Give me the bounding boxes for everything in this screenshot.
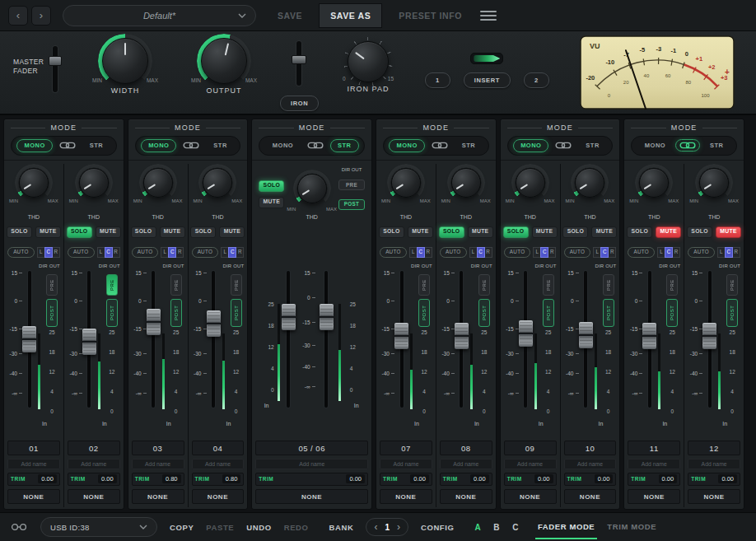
route-select[interactable]: NONE: [380, 489, 432, 504]
paste-button[interactable]: PASTE: [206, 523, 234, 532]
fader-handle[interactable]: [455, 323, 469, 349]
channel-name-field[interactable]: Add name: [192, 459, 245, 469]
solo-button[interactable]: SOLO: [379, 226, 404, 238]
pan-right-button[interactable]: R: [608, 247, 616, 258]
post-button[interactable]: POST: [106, 299, 118, 327]
thd-knob[interactable]: [201, 166, 234, 199]
auto-button[interactable]: AUTO: [504, 247, 531, 258]
pre-button[interactable]: PRE: [170, 274, 182, 296]
mode-link-button[interactable]: [427, 139, 452, 152]
pan-right-button[interactable]: R: [732, 247, 740, 258]
channel-name-field[interactable]: Add name: [504, 459, 557, 469]
mode-str-button[interactable]: STR: [455, 139, 483, 152]
solo-button[interactable]: SOLO: [131, 226, 156, 238]
auto-button[interactable]: AUTO: [380, 247, 407, 258]
mode-str-button[interactable]: STR: [206, 139, 235, 152]
post-button[interactable]: POST: [603, 299, 614, 327]
layer-c-button[interactable]: C: [512, 523, 519, 532]
fader-track[interactable]: [580, 271, 592, 408]
post-button[interactable]: POST: [46, 299, 58, 327]
mute-button[interactable]: MUTE: [35, 226, 61, 238]
copy-button[interactable]: COPY: [170, 523, 194, 532]
mute-button[interactable]: MUTE: [96, 226, 121, 238]
pan-center-button[interactable]: C: [600, 247, 609, 258]
channel-name-field[interactable]: Add name: [688, 459, 740, 469]
channel-name-field[interactable]: Add name: [628, 459, 680, 469]
pan-center-button[interactable]: C: [44, 247, 53, 258]
pre-button[interactable]: PRE: [543, 274, 554, 296]
pre-button[interactable]: PRE: [603, 274, 614, 296]
channel-name-field[interactable]: Add name: [440, 459, 492, 469]
thd-knob[interactable]: [637, 166, 670, 199]
mode-link-button[interactable]: [303, 139, 328, 152]
redo-button[interactable]: REDO: [284, 523, 309, 532]
trim-value[interactable]: 0.00: [595, 474, 614, 483]
thd-knob[interactable]: [142, 166, 175, 199]
save-button[interactable]: SAVE: [273, 10, 307, 21]
pan-right-button[interactable]: R: [672, 247, 680, 258]
mode-str-button[interactable]: STR: [578, 139, 607, 152]
mute-button[interactable]: MUTE: [716, 226, 741, 238]
mute-button[interactable]: MUTE: [591, 226, 617, 238]
fader-handle[interactable]: [147, 309, 161, 335]
solo-button[interactable]: SOLO: [687, 226, 712, 238]
pan-center-button[interactable]: C: [540, 247, 548, 258]
menu-icon[interactable]: [480, 11, 497, 21]
master-fader-track[interactable]: [53, 46, 58, 92]
post-button[interactable]: POST: [338, 199, 365, 210]
post-button[interactable]: POST: [726, 299, 738, 327]
trim-value[interactable]: 0.00: [38, 474, 57, 483]
solo-button[interactable]: SOLO: [627, 226, 652, 238]
fader-track[interactable]: [520, 271, 532, 408]
thd-knob[interactable]: [77, 166, 110, 199]
mute-button[interactable]: MUTE: [532, 226, 558, 238]
mode-mono-button[interactable]: MONO: [265, 139, 301, 152]
solo-button[interactable]: SOLO: [439, 226, 464, 238]
trim-value[interactable]: 0.00: [534, 474, 553, 483]
insert-button[interactable]: INSERT: [464, 72, 511, 88]
iron-slider[interactable]: [296, 41, 301, 86]
pan-right-button[interactable]: R: [112, 247, 120, 258]
fader-track[interactable]: [455, 271, 468, 408]
undo-button[interactable]: UNDO: [246, 523, 271, 532]
pan-right-button[interactable]: R: [424, 247, 432, 258]
config-button[interactable]: CONFIG: [421, 523, 455, 532]
fader-handle[interactable]: [22, 326, 36, 352]
fader-right-track[interactable]: [320, 271, 333, 408]
auto-button[interactable]: AUTO: [192, 247, 219, 258]
preset-selector[interactable]: Default*: [63, 5, 256, 26]
trim-value[interactable]: 0.80: [222, 474, 241, 483]
pan-center-button[interactable]: C: [168, 247, 176, 258]
pan-center-button[interactable]: C: [228, 247, 236, 258]
thd-knob[interactable]: [390, 166, 422, 199]
trim-mode-tab[interactable]: TRIM MODE: [607, 522, 656, 533]
route-select[interactable]: NONE: [564, 489, 617, 504]
auto-button[interactable]: AUTO: [68, 247, 95, 258]
mode-link-button[interactable]: [551, 139, 576, 152]
pre-button[interactable]: PRE: [726, 274, 738, 296]
mute-button[interactable]: MUTE: [468, 226, 493, 238]
mode-str-button[interactable]: STR: [330, 139, 359, 152]
mode-mono-button[interactable]: MONO: [513, 139, 548, 152]
channel-name-field[interactable]: Add name: [564, 459, 617, 469]
auto-button[interactable]: AUTO: [7, 247, 35, 258]
channel-name-field[interactable]: Add name: [380, 459, 432, 469]
mode-mono-button[interactable]: MONO: [141, 139, 176, 152]
thd-knob[interactable]: [17, 166, 50, 199]
pan-center-button[interactable]: C: [417, 247, 425, 258]
post-button[interactable]: POST: [543, 299, 554, 327]
channel-name-field[interactable]: Add name: [132, 459, 184, 469]
mute-button[interactable]: MUTE: [259, 197, 284, 208]
pre-button[interactable]: PRE: [46, 274, 58, 296]
pre-button[interactable]: PRE: [666, 274, 678, 296]
fader-left-track[interactable]: [282, 271, 295, 408]
mode-link-button[interactable]: [675, 139, 700, 152]
fader-right-handle[interactable]: [320, 304, 334, 330]
fader-track[interactable]: [147, 271, 160, 408]
post-button[interactable]: POST: [170, 299, 182, 327]
insert-1-button[interactable]: 1: [425, 72, 450, 88]
fader-track[interactable]: [643, 271, 656, 408]
mode-link-button[interactable]: [55, 139, 80, 152]
fader-mode-tab[interactable]: FADER MODE: [538, 522, 595, 533]
solo-button[interactable]: SOLO: [7, 226, 32, 238]
